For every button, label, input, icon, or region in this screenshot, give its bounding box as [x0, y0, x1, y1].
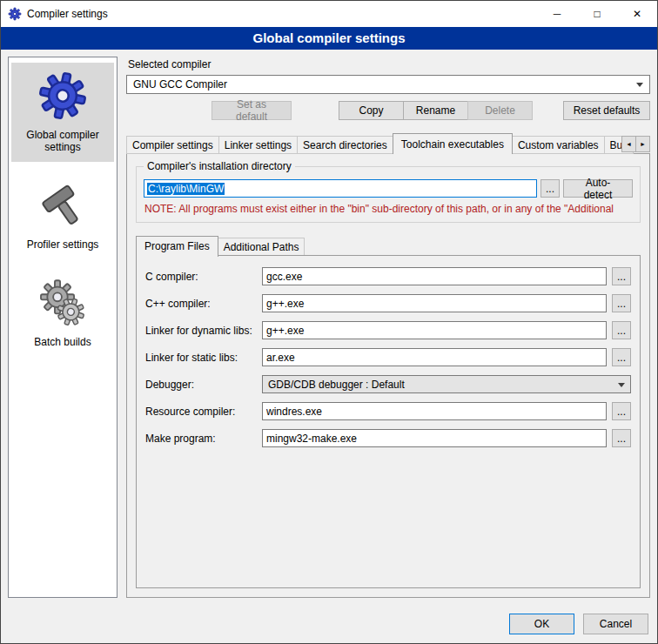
settings-tabstrip: Compiler settings Linker settings Search…: [126, 132, 650, 154]
installation-directory-input[interactable]: C:\raylib\MinGW: [144, 179, 537, 198]
selected-compiler-value: GNU GCC Compiler: [133, 78, 227, 91]
sidebar-item-batch-builds[interactable]: Batch builds: [11, 272, 114, 357]
c-compiler-input[interactable]: [262, 267, 607, 285]
form-row-c-compiler: C compiler: ...: [145, 267, 631, 285]
make-program-browse-button[interactable]: ...: [612, 429, 631, 447]
profiler-tool-icon: [37, 181, 88, 231]
make-program-label: Make program:: [145, 433, 257, 445]
titlebar: Compiler settings ─ □ ✕: [1, 1, 657, 27]
main-panel: Selected compiler GNU GCC Compiler Set a…: [126, 57, 650, 598]
blue-gear-icon: [37, 70, 89, 122]
tab-compiler-settings[interactable]: Compiler settings: [126, 136, 219, 154]
sidebar-item-global-compiler-settings[interactable]: Global compiler settings: [11, 63, 114, 162]
sidebar-item-profiler-settings[interactable]: Profiler settings: [11, 174, 114, 259]
tab-scroll-arrows: ◄ ►: [621, 136, 650, 152]
debugger-label: Debugger:: [145, 379, 257, 391]
installation-directory-group: Compiler's installation directory C:\ray…: [136, 166, 641, 223]
close-icon[interactable]: ✕: [617, 1, 657, 27]
content: Global compiler settings Profiler settin…: [1, 50, 657, 605]
toolchain-executables-panel: Compiler's installation directory C:\ray…: [126, 153, 650, 598]
linker-dynamic-input[interactable]: [262, 321, 607, 339]
c-compiler-browse-button[interactable]: ...: [612, 267, 631, 285]
batch-builds-gears-icon: [37, 278, 88, 329]
tab-custom-variables[interactable]: Custom variables: [512, 136, 605, 154]
sidebar: Global compiler settings Profiler settin…: [8, 57, 118, 598]
form-row-cpp-compiler: C++ compiler: ...: [145, 294, 631, 312]
program-files-tabstrip: Program Files Additional Paths: [136, 235, 641, 256]
installation-directory-row: C:\raylib\MinGW ... Auto-detect: [144, 179, 633, 198]
chevron-down-icon: [636, 83, 643, 91]
form-row-debugger: Debugger: GDB/CDB debugger : Default: [145, 375, 631, 393]
sidebar-item-label: Global compiler settings: [13, 129, 112, 153]
auto-detect-button[interactable]: Auto-detect: [563, 179, 633, 198]
bin-subdirectory-note: NOTE: All programs must exist either in …: [144, 203, 632, 215]
program-files-panel: C compiler: ... C++ compiler: ... Linker…: [136, 255, 641, 588]
tab-toolchain-executables[interactable]: Toolchain executables: [393, 133, 513, 154]
debugger-value: GDB/CDB debugger : Default: [268, 379, 405, 391]
tab-linker-settings[interactable]: Linker settings: [218, 136, 298, 154]
delete-button: Delete: [467, 101, 533, 120]
selected-compiler-label: Selected compiler: [128, 58, 650, 70]
form-row-linker-dynamic: Linker for dynamic libs: ...: [145, 321, 631, 339]
tab-additional-paths[interactable]: Additional Paths: [218, 238, 306, 256]
linker-dynamic-label: Linker for dynamic libs:: [145, 325, 257, 337]
resource-compiler-label: Resource compiler:: [145, 406, 257, 418]
installation-directory-browse-button[interactable]: ...: [540, 179, 560, 198]
sidebar-item-label: Profiler settings: [27, 238, 99, 251]
compiler-settings-window: Compiler settings ─ □ ✕ Global compiler …: [0, 0, 658, 644]
installation-directory-value: C:\raylib\MinGW: [147, 183, 225, 195]
dialog-footer: OK Cancel: [1, 605, 657, 643]
c-compiler-label: C compiler:: [145, 271, 257, 283]
installation-directory-group-label: Compiler's installation directory: [144, 160, 295, 172]
page-title: Global compiler settings: [1, 27, 657, 50]
sidebar-item-label: Batch builds: [34, 336, 91, 348]
debugger-select[interactable]: GDB/CDB debugger : Default: [262, 375, 631, 393]
resource-compiler-browse-button[interactable]: ...: [612, 402, 631, 420]
form-row-linker-static: Linker for static libs: ...: [145, 348, 631, 366]
window-title: Compiler settings: [27, 8, 532, 20]
tab-program-files[interactable]: Program Files: [136, 236, 218, 257]
cpp-compiler-label: C++ compiler:: [145, 298, 257, 310]
cancel-button[interactable]: Cancel: [583, 614, 648, 634]
linker-dynamic-browse-button[interactable]: ...: [612, 321, 631, 339]
cpp-compiler-browse-button[interactable]: ...: [612, 294, 631, 312]
rename-button[interactable]: Rename: [403, 101, 468, 120]
tab-scroll-right-icon[interactable]: ►: [635, 136, 650, 152]
minimize-icon[interactable]: ─: [537, 1, 577, 27]
linker-static-input[interactable]: [262, 348, 607, 366]
maximize-icon[interactable]: □: [577, 1, 617, 27]
set-as-default-button: Set as default: [212, 101, 292, 120]
form-row-make-program: Make program: ...: [145, 429, 631, 447]
compiler-actions: Set as default Copy Rename Delete Reset …: [126, 101, 650, 120]
selected-compiler-select[interactable]: GNU GCC Compiler: [126, 75, 650, 94]
ok-button[interactable]: OK: [509, 614, 574, 634]
window-gear-icon: [8, 7, 22, 21]
make-program-input[interactable]: [262, 429, 607, 447]
linker-static-label: Linker for static libs:: [145, 352, 257, 364]
linker-static-browse-button[interactable]: ...: [612, 348, 631, 366]
cpp-compiler-input[interactable]: [262, 294, 607, 312]
copy-button[interactable]: Copy: [339, 101, 404, 120]
chevron-down-icon: [618, 383, 625, 391]
resource-compiler-input[interactable]: [262, 402, 607, 420]
form-row-resource-compiler: Resource compiler: ...: [145, 402, 631, 420]
reset-defaults-button[interactable]: Reset defaults: [563, 101, 650, 120]
tab-scroll-left-icon[interactable]: ◄: [621, 136, 636, 152]
tab-search-directories[interactable]: Search directories: [297, 136, 393, 154]
window-controls: ─ □ ✕: [537, 1, 657, 27]
